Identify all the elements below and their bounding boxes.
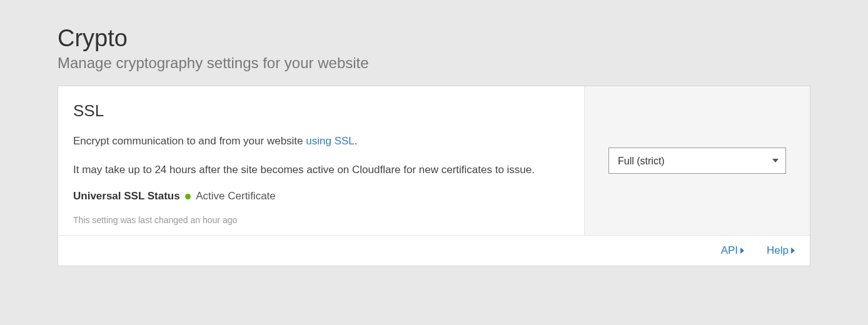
card-body: SSL Encrypt communication to and from yo…: [58, 86, 810, 235]
ssl-desc1-prefix: Encrypt communication to and from your w…: [73, 135, 306, 147]
card-footer: API Help: [58, 235, 810, 266]
last-changed-text: This setting was last changed an hour ag…: [73, 215, 569, 225]
ssl-desc1-suffix: .: [355, 135, 358, 147]
status-dot-icon: [185, 194, 191, 199]
api-link[interactable]: API: [721, 244, 744, 257]
ssl-status-line: Universal SSL Status Active Certificate: [73, 190, 569, 202]
help-link-label: Help: [767, 244, 789, 257]
card-aside: Full (strict): [585, 86, 810, 235]
ssl-mode-select-wrap: Full (strict): [608, 148, 786, 174]
card-main: SSL Encrypt communication to and from yo…: [58, 86, 585, 235]
using-ssl-link[interactable]: using SSL: [306, 135, 355, 147]
ssl-status-label: Universal SSL Status: [73, 190, 180, 202]
ssl-description-1: Encrypt communication to and from your w…: [73, 133, 569, 149]
ssl-description-2: It may take up to 24 hours after the sit…: [73, 162, 569, 178]
page-subtitle: Manage cryptography settings for your we…: [58, 54, 810, 72]
section-title-ssl: SSL: [73, 101, 569, 121]
api-link-label: API: [721, 244, 738, 257]
ssl-card: SSL Encrypt communication to and from yo…: [58, 86, 810, 266]
help-link[interactable]: Help: [767, 244, 795, 257]
caret-right-icon: [791, 248, 795, 254]
page-title: Crypto: [58, 25, 810, 52]
ssl-status-value: Active Certificate: [196, 190, 276, 202]
caret-right-icon: [740, 248, 744, 254]
ssl-mode-select[interactable]: Full (strict): [608, 148, 786, 174]
